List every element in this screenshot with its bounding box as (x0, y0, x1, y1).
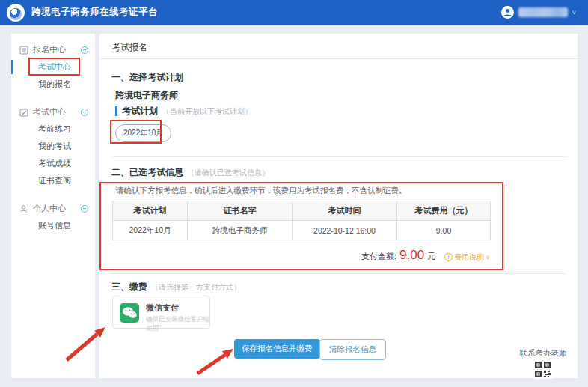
clear-registration-button[interactable]: 清除报名信息 (319, 339, 386, 360)
chevron-down-icon: ∨ (486, 254, 490, 260)
exam-fee-table: 考试计划 证书名字 考试时间 考试费用（元） 2022年10月 跨境电子商务师 … (112, 201, 491, 240)
page-title: 考试报名 (111, 41, 147, 54)
column-header: 考试计划 (113, 201, 188, 221)
column-header: 证书名字 (188, 201, 293, 221)
cell-exam-plan: 2022年10月 (113, 221, 188, 240)
confirm-notice: 请确认下方报考信息，确认后进入缴费环节，该费用为考试报名费，不含认制证费。 (116, 186, 407, 196)
sidebar-group-personal-center[interactable]: 个人中心 (11, 200, 95, 217)
sidebar-item-my-exams[interactable]: 我的考试 (11, 138, 95, 155)
divider (111, 273, 566, 274)
exam-plan-row: 考试计划 （当前开放以下考试计划） (115, 105, 252, 118)
main-panel: 考试报名 一、选择考试计划 跨境电子商务师 考试计划 （当前开放以下考试计划） … (99, 34, 578, 378)
section3-heading: 三、缴费 （请选择第三方支付方式） (111, 281, 241, 293)
fee-explanation-toggle[interactable]: i 费用说明 ∨ (444, 252, 490, 263)
app-title: 跨境电子商务师在线考证平台 (31, 6, 158, 19)
sidebar-item-account-info[interactable]: 账号信息 (11, 217, 95, 234)
sidebar-item-practice[interactable]: 考前练习 (11, 121, 95, 138)
app-logo-icon (7, 4, 25, 22)
exam-plan-pill[interactable]: 2022年10月 (115, 124, 171, 142)
sidebar-item-my-registration[interactable]: 我的报名 (11, 76, 95, 93)
contact-label: 联系考办老师 (518, 348, 568, 359)
divider (111, 156, 566, 157)
sidebar-item-certificate-lookup[interactable]: 证书查阅 (11, 172, 95, 189)
sidebar-group-exam-center[interactable]: 考试中心 (11, 103, 95, 121)
avatar-icon (501, 6, 514, 19)
collapse-circle-icon[interactable] (81, 109, 88, 116)
cell-exam-time: 2022-10-12 16:00 (293, 221, 397, 240)
certificate-name: 跨境电子商务师 (115, 89, 178, 102)
save-and-pay-button[interactable]: 保存报名信息并缴费 (234, 339, 320, 359)
payment-amount: 9.00 (399, 248, 424, 263)
section2-heading: 二、已选考试信息 （请确认已选考试信息） (111, 166, 269, 179)
app-header: 跨境电子商务师在线考证平台 ˅ (0, 0, 588, 25)
divider (99, 58, 578, 59)
exam-icon (19, 108, 28, 117)
chevron-down-icon: ˅ (572, 9, 576, 16)
wechat-icon (120, 303, 139, 323)
form-icon (19, 46, 28, 55)
qr-code (534, 361, 552, 379)
column-header: 考试费用（元） (397, 201, 491, 221)
table-row: 2022年10月 跨境电子商务师 2022-10-12 16:00 9.00 (113, 221, 491, 240)
sidebar-item-exam-scores[interactable]: 考试成绩 (11, 155, 95, 172)
accent-bar (115, 106, 117, 116)
wechat-pay-desc: 确保已安装微信客户端使用 (146, 315, 209, 333)
info-icon: i (444, 253, 453, 261)
payment-amount-row: 支付金额: 9.00 元 i 费用说明 ∨ (361, 248, 490, 263)
sidebar: 报名中心 考试中心 我的报名 考试中心 考前练习 我的考试 考试成绩 证书查阅 … (11, 34, 95, 378)
wechat-pay-label: 微信支付 (146, 302, 179, 314)
table-header-row: 考试计划 证书名字 考试时间 考试费用（元） (113, 201, 491, 221)
sidebar-item-exam-center[interactable]: 考试中心 (11, 58, 95, 76)
username-blurred (518, 7, 568, 17)
wechat-pay-option[interactable]: 微信支付 确保已安装微信客户端使用 (112, 296, 210, 329)
cell-cert-name: 跨境电子商务师 (188, 221, 293, 240)
collapse-circle-icon[interactable] (81, 46, 88, 54)
person-icon (19, 204, 28, 213)
sidebar-group-registration-center[interactable]: 报名中心 (11, 41, 95, 58)
user-menu[interactable]: ˅ (501, 0, 576, 25)
cell-exam-fee: 9.00 (397, 221, 491, 240)
collapse-circle-icon[interactable] (81, 205, 88, 213)
contact-block: 联系考办老师 (518, 348, 568, 382)
page: 跨境电子商务师在线考证平台 ˅ 报名中心 考试中心 我的报名 考试中心 (0, 0, 588, 387)
section1-heading: 一、选择考试计划 (111, 71, 183, 84)
column-header: 考试时间 (293, 201, 397, 221)
